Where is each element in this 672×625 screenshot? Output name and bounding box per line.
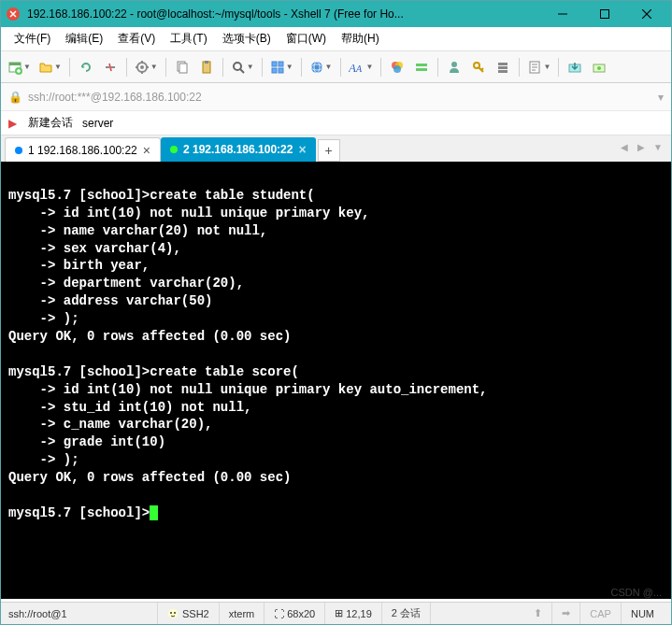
font-button[interactable]: AA▼: [346, 55, 377, 79]
menu-tabs[interactable]: 选项卡(B): [215, 28, 279, 50]
reconnect-button[interactable]: [75, 55, 97, 79]
close-button[interactable]: [625, 1, 667, 27]
svg-rect-38: [416, 68, 427, 71]
script-button[interactable]: ▼: [524, 55, 553, 79]
svg-point-55: [174, 612, 176, 614]
terminal-line: [8, 169, 664, 187]
svg-point-39: [451, 62, 457, 67]
terminal-line: -> );: [8, 451, 664, 469]
menu-view[interactable]: 查看(V): [110, 28, 163, 50]
paste-button[interactable]: [195, 55, 218, 79]
key-button[interactable]: [467, 55, 490, 79]
tab-list-button[interactable]: ▼: [651, 139, 665, 154]
addressbar-dropdown-icon[interactable]: ▾: [658, 91, 664, 104]
sessionbar: ▶ 新建会话 server: [1, 111, 671, 135]
terminal-line: -> name varchar(20) not null,: [8, 222, 664, 240]
menu-tools[interactable]: 工具(T): [163, 28, 214, 50]
maximize-button[interactable]: [583, 1, 625, 27]
app-icon: [5, 6, 21, 22]
highlight-button[interactable]: [410, 55, 433, 79]
svg-rect-45: [498, 70, 508, 73]
terminal[interactable]: mysql5.7 [school]>create table student( …: [1, 162, 671, 599]
svg-rect-6: [9, 63, 21, 65]
terminal-line: -> stu_id int(10) not null,: [8, 399, 664, 417]
svg-line-24: [240, 69, 244, 73]
status-cursor: ⊞12,19: [325, 603, 382, 624]
properties-button[interactable]: ▼: [132, 55, 161, 79]
tab-next-button[interactable]: ▶: [634, 139, 649, 154]
svg-rect-44: [498, 66, 508, 69]
tab-close-icon[interactable]: ×: [143, 143, 150, 158]
tab-label: 1 192.168.186.100:22: [28, 144, 137, 157]
svg-rect-27: [272, 68, 277, 73]
layout-button[interactable]: ▼: [267, 55, 296, 79]
flag-icon: ▶: [8, 117, 17, 130]
terminal-line: -> department varchar(20),: [8, 275, 664, 292]
globe-button[interactable]: ▼: [307, 55, 336, 79]
status-num: NUM: [622, 603, 664, 624]
terminal-line: Query OK, 0 rows affected (0.00 sec): [8, 469, 664, 487]
copy-button[interactable]: [171, 55, 193, 79]
svg-rect-28: [279, 68, 283, 73]
svg-rect-10: [106, 66, 109, 68]
svg-point-29: [311, 62, 322, 73]
status-prev[interactable]: ⬆: [524, 603, 552, 624]
terminal-output: mysql5.7 [school]>create table student( …: [8, 169, 664, 504]
tab-2[interactable]: 2 192.168.186.100:22 ×: [161, 137, 316, 162]
svg-line-42: [481, 68, 483, 70]
svg-point-36: [393, 65, 401, 73]
window-title: 192.168.186.100:22 - root@localhost:~/my…: [27, 7, 541, 21]
status-path: ssh://root@1: [8, 603, 158, 624]
open-button[interactable]: ▼: [36, 55, 64, 79]
terminal-line: [8, 346, 664, 363]
disconnect-button[interactable]: [99, 55, 122, 79]
terminal-line: -> birth year,: [8, 257, 664, 275]
svg-rect-43: [498, 63, 508, 65]
xftp-button[interactable]: [588, 55, 610, 79]
terminal-line: -> c_name varchar(20),: [8, 416, 664, 433]
find-button[interactable]: ▼: [228, 55, 257, 79]
status-protocol: SSH2: [158, 603, 220, 624]
terminal-line: mysql5.7 [school]>create table student(: [8, 187, 664, 205]
menu-help[interactable]: 帮助(H): [334, 28, 387, 50]
svg-point-14: [140, 65, 144, 69]
addressbar[interactable]: 🔒 ssh://root:***@192.168.186.100:22 ▾: [1, 83, 671, 111]
svg-point-23: [234, 63, 241, 70]
svg-point-52: [597, 66, 601, 70]
address-text: ssh://root:***@192.168.186.100:22: [28, 91, 202, 104]
titlebar: 192.168.186.100:22 - root@localhost:~/my…: [1, 1, 671, 27]
tab-close-icon[interactable]: ×: [298, 142, 306, 157]
menubar: 文件(F) 编辑(E) 查看(V) 工具(T) 选项卡(B) 窗口(W) 帮助(…: [1, 27, 671, 51]
server-button[interactable]: [492, 55, 514, 79]
lock-icon: 🔒: [8, 91, 22, 104]
server-link[interactable]: server: [82, 117, 113, 130]
terminal-line: -> id int(10) not null unique primary ke…: [8, 205, 664, 222]
status-termtype: xterm: [220, 603, 265, 624]
status-sessions: 2 会话: [382, 603, 431, 624]
minimize-button[interactable]: [541, 1, 583, 27]
toolbar: ▼ ▼ ▼ ▼ ▼ ▼ AA▼ ▼: [1, 51, 671, 83]
svg-text:A: A: [355, 64, 363, 74]
user-button[interactable]: [443, 55, 465, 79]
terminal-line: -> grade int(10): [8, 433, 664, 451]
menu-file[interactable]: 文件(F): [7, 28, 58, 50]
tab-prev-button[interactable]: ◀: [617, 139, 632, 154]
menu-window[interactable]: 窗口(W): [279, 28, 334, 50]
terminal-line: Query OK, 0 rows affected (0.00 sec): [8, 328, 664, 346]
terminal-line: -> );: [8, 310, 664, 328]
svg-rect-22: [205, 61, 208, 64]
svg-rect-25: [272, 62, 277, 66]
status-dot-icon: [170, 146, 178, 153]
color-button[interactable]: [386, 55, 408, 79]
tab-1[interactable]: 1 192.168.186.100:22 ×: [5, 137, 161, 162]
terminal-line: mysql5.7 [school]>create table score(: [8, 363, 664, 381]
transfer-button[interactable]: [564, 55, 586, 79]
terminal-line: -> id int(10) not null unique primary ke…: [8, 381, 664, 399]
new-session-button[interactable]: ▼: [5, 55, 34, 79]
status-next[interactable]: ➡: [552, 603, 580, 624]
svg-rect-2: [600, 10, 608, 19]
new-session-link[interactable]: 新建会话: [28, 115, 73, 131]
add-tab-button[interactable]: +: [318, 139, 340, 162]
menu-edit[interactable]: 编辑(E): [58, 28, 110, 50]
svg-rect-20: [179, 64, 187, 73]
